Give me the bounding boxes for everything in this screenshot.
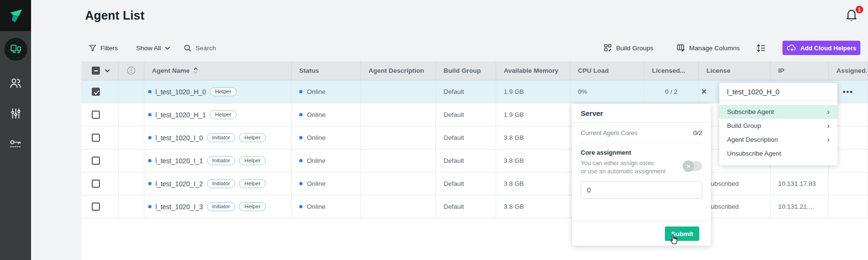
search-icon (184, 44, 192, 52)
memory-cell: 3.8 GB (496, 195, 570, 218)
filters-button[interactable]: Filters (89, 40, 118, 56)
menu-item-subscribe-agent[interactable]: Subscribe Agent › (719, 105, 837, 119)
selection-menu-chevron-icon[interactable] (105, 69, 110, 72)
row-actions-button[interactable]: ••• (843, 88, 854, 96)
header-assigned[interactable]: Assigned... (829, 61, 868, 80)
sidebar-item-license[interactable] (0, 129, 31, 159)
table-row[interactable]: l_test_1020_I_2InitiatorHelper Online De… (81, 172, 868, 195)
header-licensed[interactable]: Licensed... (644, 61, 699, 80)
header-agent-description[interactable]: Agent Description (361, 61, 436, 80)
header-alert-cell (119, 61, 144, 80)
sort-icon[interactable] (193, 67, 198, 74)
row-height-button[interactable] (756, 40, 766, 56)
alert-cell (119, 103, 144, 126)
agent-name: l_test_1020_I_2 (155, 180, 203, 188)
ip-cell: 10.131.21.... (770, 195, 829, 218)
chevron-down-icon (165, 46, 170, 50)
badge-initiator: Initiator (207, 133, 236, 142)
row-checkbox[interactable] (92, 134, 100, 142)
agents-icon (4, 38, 27, 61)
manage-columns-icon (676, 44, 685, 52)
header-cpu-load[interactable]: CPU Load (570, 61, 644, 80)
agent-name: l_test_1020_I_3 (155, 203, 203, 211)
description-cell (361, 195, 436, 218)
memory-cell: 3.8 GB (496, 126, 570, 149)
build-group-cell: Default (436, 80, 496, 103)
manage-columns-label: Manage Columns (689, 45, 740, 52)
header-build-group[interactable]: Build Group (436, 61, 496, 80)
core-assignment-description: You can either assign cores or use an au… (581, 159, 665, 176)
badge-helper: Helper (239, 156, 266, 165)
header-agent-name[interactable]: Agent Name (144, 61, 292, 80)
licensed-cell[interactable]: 0 / 2 (644, 80, 699, 103)
row-checkbox[interactable] (92, 111, 100, 119)
select-all-checkbox[interactable] (92, 67, 100, 75)
incredibuild-logo-icon (7, 7, 25, 25)
sidebar-item-users[interactable] (0, 68, 31, 98)
auto-assignment-toggle[interactable] (683, 161, 702, 171)
users-icon (9, 77, 22, 90)
header-select-cell (81, 61, 119, 80)
agent-dot (148, 182, 152, 185)
core-count-input[interactable] (581, 181, 702, 199)
table-row[interactable]: l_test_1020_I_3InitiatorHelper Online De… (81, 195, 868, 218)
row-checkbox[interactable] (92, 180, 100, 188)
header-available-memory[interactable]: Available Memory (496, 61, 570, 80)
menu-item-agent-description[interactable]: Agent Description › (719, 133, 837, 147)
status-dot (299, 182, 303, 185)
row-checkbox[interactable] (92, 203, 100, 211)
sidebar-item-agents[interactable] (0, 31, 31, 68)
description-cell (361, 103, 436, 126)
status-dot (299, 159, 303, 162)
build-group-cell: Default (436, 149, 496, 172)
submit-button[interactable]: Submit (665, 226, 699, 241)
cloud-plus-icon (786, 44, 796, 52)
status-label: Online (307, 88, 326, 95)
agent-dot (148, 159, 152, 162)
description-cell (361, 126, 436, 149)
agent-dot (148, 90, 152, 93)
add-cloud-helpers-button[interactable]: Add Cloud Helpers (782, 41, 860, 55)
header-ip[interactable]: IP (770, 61, 829, 80)
popup-title: Server (572, 104, 711, 123)
core-assignment-popup: Server Current Agent Cores 0/2 Core assi… (572, 104, 711, 246)
sliders-icon (10, 107, 22, 120)
sidebar-item-settings[interactable] (0, 98, 31, 129)
description-cell (361, 172, 436, 195)
menu-item-unsubscribe-agent[interactable]: Unsubscribe Agent (719, 147, 837, 160)
filter-icon (89, 44, 97, 52)
manage-columns-button[interactable]: Manage Columns (676, 40, 740, 56)
header-license[interactable]: License (699, 61, 770, 80)
status-label: Online (307, 134, 326, 141)
header-status[interactable]: Status (292, 61, 361, 80)
show-all-dropdown[interactable]: Show All (136, 40, 170, 56)
menu-item-build-group[interactable]: Build Group › (719, 119, 837, 133)
notification-badge: 1 (856, 6, 863, 13)
badge-helper: Helper (239, 202, 266, 211)
alert-cell (119, 172, 144, 195)
status-label: Online (307, 157, 326, 164)
agent-dot (148, 136, 152, 139)
alert-cell (119, 80, 144, 103)
agent-name: l_test_1020_I_0 (155, 134, 203, 142)
agent-dot (148, 205, 152, 208)
alert-info-icon (127, 66, 136, 75)
build-groups-button[interactable]: Build Groups (604, 40, 653, 56)
status-dot (299, 90, 303, 93)
status-label: Online (307, 203, 326, 210)
chevron-right-icon: › (827, 136, 830, 144)
memory-cell: 3.8 GB (496, 172, 570, 195)
search-control[interactable]: Search (184, 40, 216, 56)
notifications-button[interactable]: 1 (845, 8, 862, 25)
build-group-cell: Default (436, 172, 496, 195)
status-dot (299, 205, 303, 208)
ip-cell: 10.131.17.83 (770, 172, 829, 195)
table-header-row: Agent Name Status Agent Description Buil… (81, 61, 868, 80)
close-icon[interactable]: ✕ (697, 84, 711, 99)
row-checkbox[interactable] (92, 157, 100, 165)
memory-cell: 1.9 GB (496, 80, 570, 103)
sidebar-nav (0, 31, 31, 159)
memory-cell: 3.8 GB (496, 149, 570, 172)
incredibuild-logo[interactable] (0, 0, 31, 31)
row-checkbox[interactable] (92, 88, 100, 96)
